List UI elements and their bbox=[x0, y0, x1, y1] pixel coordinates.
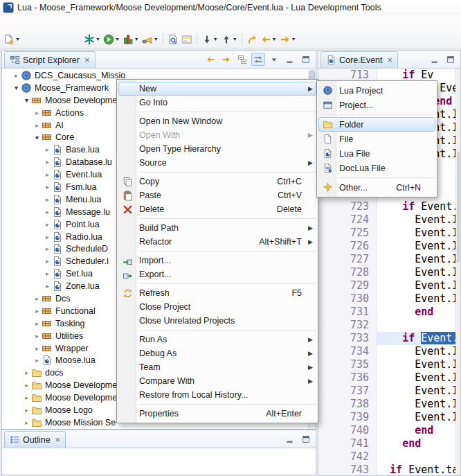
submenu-item[interactable]: Folder ▶ bbox=[318, 117, 435, 132]
twistie-icon[interactable]: ▸ bbox=[33, 333, 42, 340]
view-toolbar-button[interactable] bbox=[428, 53, 442, 66]
context-menu-item[interactable]: Open With ▶ bbox=[118, 128, 316, 142]
menubar-item[interactable] bbox=[12, 21, 23, 24]
twistie-icon[interactable]: ▾ bbox=[12, 84, 21, 91]
twistie-icon[interactable]: ▸ bbox=[43, 258, 52, 265]
code-line[interactable]: 741 end bbox=[318, 437, 460, 450]
context-menu-item[interactable]: Delete Delete ▶ bbox=[118, 202, 316, 216]
toolbar-button[interactable]: ▼ bbox=[245, 31, 259, 47]
twistie-icon[interactable]: ▸ bbox=[12, 72, 21, 79]
twistie-icon[interactable]: ▸ bbox=[43, 171, 52, 178]
submenu-item[interactable]: File ▶ bbox=[318, 132, 435, 146]
menubar-item[interactable] bbox=[67, 21, 78, 24]
code-line[interactable]: 724 Event.I bbox=[318, 213, 460, 227]
context-menu-item[interactable]: Import... ▶ bbox=[118, 254, 316, 267]
code-line[interactable]: 731 end bbox=[318, 306, 460, 319]
dropdown-arrow-icon[interactable]: ▼ bbox=[96, 37, 100, 42]
view-toolbar-button[interactable] bbox=[299, 53, 313, 66]
submenu-item[interactable]: Project... ▶ bbox=[318, 98, 435, 112]
editor-scrollbar[interactable] bbox=[455, 69, 460, 475]
view-toolbar-button[interactable] bbox=[283, 53, 297, 66]
toolbar-button[interactable]: ▼ bbox=[2, 31, 21, 47]
view-toolbar-button[interactable] bbox=[283, 432, 297, 446]
context-menu-item[interactable]: Compare With ▶ bbox=[118, 374, 316, 388]
twistie-icon[interactable]: ▸ bbox=[22, 369, 31, 376]
toolbar-button[interactable]: ▼ bbox=[278, 31, 298, 47]
toolbar-button[interactable]: ▼ bbox=[82, 31, 102, 47]
dropdown-arrow-icon[interactable]: ▼ bbox=[291, 37, 296, 42]
code-line[interactable]: 733 if Event. bbox=[318, 332, 460, 345]
context-menu-item[interactable]: Close Project ▶ bbox=[118, 300, 316, 314]
context-menu-item[interactable]: Export... ▶ bbox=[118, 267, 316, 281]
submenu-item[interactable]: DocLua File ▶ bbox=[318, 161, 435, 175]
code-line[interactable]: 725 Event.I bbox=[318, 227, 460, 240]
twistie-icon[interactable]: ▸ bbox=[33, 109, 42, 116]
toolbar-button[interactable]: ▼ bbox=[180, 31, 194, 47]
toolbar-button[interactable]: ▼ bbox=[219, 31, 239, 47]
toolbar-button[interactable]: ▼ bbox=[166, 31, 180, 47]
view-toolbar-button[interactable] bbox=[267, 53, 281, 66]
context-menu-item[interactable]: Go Into ▶ bbox=[118, 96, 316, 109]
dropdown-arrow-icon[interactable]: ▼ bbox=[272, 37, 277, 42]
view-toolbar-button[interactable] bbox=[204, 53, 217, 66]
context-menu-item[interactable]: New ▶ bbox=[118, 82, 316, 96]
code-line[interactable]: 728 Event.I bbox=[318, 266, 460, 279]
code-line[interactable]: 738 Event.I bbox=[318, 398, 460, 411]
dropdown-arrow-icon[interactable]: ▼ bbox=[154, 37, 159, 42]
submenu-item[interactable]: Other... Ctrl+N ▶ bbox=[318, 180, 435, 195]
submenu-item[interactable]: Lua File ▶ bbox=[318, 146, 435, 161]
twistie-icon[interactable]: ▸ bbox=[43, 245, 52, 252]
dropdown-arrow-icon[interactable]: ▼ bbox=[213, 37, 218, 42]
code-line[interactable]: 737 Event.I bbox=[318, 385, 460, 398]
toolbar-button[interactable]: ▼ bbox=[121, 31, 141, 47]
menubar-item[interactable] bbox=[1, 21, 12, 24]
twistie-icon[interactable]: ▸ bbox=[43, 184, 52, 191]
menubar-item[interactable] bbox=[34, 21, 45, 24]
code-line[interactable]: 734 Event.I bbox=[318, 345, 460, 358]
code-line[interactable]: 727 Event.I bbox=[318, 253, 460, 266]
code-line[interactable]: 723 if Event. bbox=[318, 200, 460, 213]
twistie-icon[interactable]: ▸ bbox=[33, 345, 42, 352]
menubar-item[interactable] bbox=[89, 21, 100, 24]
script-explorer-tab[interactable]: Script Explorer × bbox=[4, 51, 96, 68]
twistie-icon[interactable]: ▸ bbox=[43, 270, 52, 277]
menubar-item[interactable] bbox=[78, 21, 89, 24]
code-line[interactable]: 729 Event.I bbox=[318, 279, 460, 292]
menubar-item[interactable] bbox=[45, 21, 56, 24]
code-line[interactable]: 743 if Event.ta bbox=[318, 464, 460, 475]
twistie-icon[interactable]: ▸ bbox=[43, 159, 52, 166]
toolbar-button[interactable]: ▼ bbox=[259, 31, 278, 47]
dropdown-arrow-icon[interactable]: ▼ bbox=[15, 37, 20, 42]
twistie-icon[interactable]: ▸ bbox=[33, 357, 42, 364]
context-menu-item[interactable]: Restore from Local History... ▶ bbox=[118, 388, 316, 402]
close-icon[interactable]: × bbox=[84, 55, 90, 64]
menubar-item[interactable] bbox=[23, 21, 34, 24]
code-line[interactable]: 739 Event.I bbox=[318, 411, 460, 424]
close-icon[interactable]: × bbox=[55, 435, 61, 444]
twistie-icon[interactable]: ▸ bbox=[22, 394, 31, 401]
context-menu-item[interactable]: Paste Ctrl+V ▶ bbox=[118, 188, 316, 202]
submenu-item[interactable]: Lua Project ▶ bbox=[318, 83, 435, 98]
close-icon[interactable]: × bbox=[388, 55, 393, 64]
twistie-icon[interactable]: ▸ bbox=[43, 146, 52, 153]
context-menu-item[interactable]: Build Path ▶ bbox=[118, 221, 316, 235]
editor-tab-core-event[interactable]: Core.Event × bbox=[320, 51, 398, 68]
context-menu-item[interactable]: Close Unrelated Projects ▶ bbox=[118, 314, 316, 328]
twistie-icon[interactable]: ▸ bbox=[43, 283, 52, 290]
code-line[interactable]: 736 Event.I bbox=[318, 371, 460, 385]
context-menu-item[interactable]: Debug As ▶ bbox=[118, 346, 316, 360]
scrollbar-thumb[interactable] bbox=[457, 152, 460, 263]
code-line[interactable]: 726 Event.I bbox=[318, 240, 460, 253]
view-toolbar-button[interactable] bbox=[219, 53, 233, 66]
menubar-item[interactable] bbox=[56, 21, 67, 24]
twistie-icon[interactable]: ▸ bbox=[43, 196, 52, 203]
toolbar-button[interactable]: ▼ bbox=[141, 31, 160, 47]
code-line[interactable]: 735 Event.I bbox=[318, 358, 460, 371]
context-menu-item[interactable]: Copy Ctrl+C ▶ bbox=[118, 175, 316, 188]
twistie-icon[interactable]: ▸ bbox=[33, 295, 42, 302]
context-menu-item[interactable]: Source ▶ bbox=[118, 156, 316, 170]
twistie-icon[interactable]: ▾ bbox=[33, 134, 42, 141]
code-line[interactable]: 730 Event.I bbox=[318, 292, 460, 306]
view-toolbar-button[interactable] bbox=[444, 53, 458, 66]
view-toolbar-button[interactable] bbox=[251, 53, 265, 66]
